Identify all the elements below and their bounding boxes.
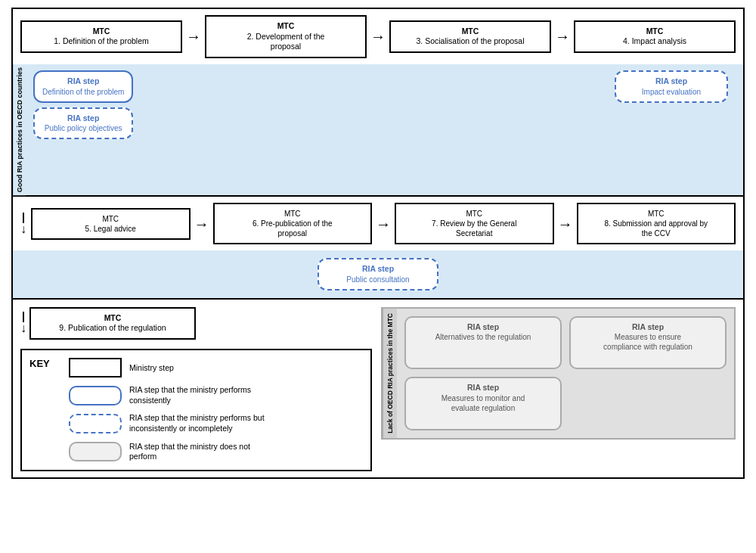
key-item-ria-dashed: RIA step that the ministry performs but … [69,413,265,433]
entry-arrow-2: ↓ [20,312,26,334]
entry-down-2: ↓ [20,322,26,334]
key-text-ministry: Ministry step [129,363,174,372]
diagram-container: MTC 1. Definition of the problem → MTC 2… [0,0,756,486]
ria-pol-desc: Public policy objectives [42,123,124,133]
ria-compliance: RIA step Measures to ensurecompliance wi… [569,316,727,369]
pub-row: ↓ MTC 9. Publication of the regulation [20,307,372,340]
arrow-1: → [182,29,205,44]
mtc4-step: 4. Impact analysis [581,36,728,47]
section2: ↓ MTC 5. Legal advice → MTC 6. Pre-publi… [13,197,743,300]
mtc9-step: 9. Publication of the regulation [37,323,188,334]
left-bottom: ↓ MTC 9. Publication of the regulation K… [20,307,372,471]
mtc-box-8: MTC 8. Submission and approval bythe CCV [577,203,736,244]
key-box-ministry [69,358,122,377]
gray-section: Lack of OECD RIA practices in the MTC RI… [381,307,736,440]
ria-col-left: RIA step Definition of the problem RIA s… [33,70,133,139]
blue-band-2: RIA step Public consultation [13,250,743,298]
mtc8-label: MTC [584,209,729,219]
key-text-ria-dashed: RIA step that the ministry performs but … [129,413,265,433]
mtc7-label: MTC [402,209,547,219]
key-content: KEY Ministry step RIA step that the mini… [29,358,363,462]
ria-consultation: RIA step Public consultation [318,258,438,290]
arrow-sym-3: → [555,29,570,44]
ria-con-desc: Public consultation [327,275,429,284]
mtc-box-3: MTC 3. Socialisation of the proposal [389,20,551,53]
ria-con-title: RIA step [327,264,429,275]
entry-arrow-vert [23,213,24,223]
mtc8-step: 8. Submission and approval bythe CCV [584,219,729,238]
main-diagram: MTC 1. Definition of the problem → MTC 2… [11,8,745,479]
mtc2-step: 2. Development of theproposal [212,32,359,52]
arrow-5: → [191,216,213,231]
ria-mon-title: RIA step [414,383,553,393]
entry-arrow-1: ↓ [20,213,26,235]
section3: ↓ MTC 9. Publication of the regulation K… [13,300,743,477]
mtc-row-2-wrapper: ↓ MTC 5. Legal advice → MTC 6. Pre-publi… [13,197,743,250]
arrow-sym-2: → [370,29,386,44]
arrow-2: → [367,29,389,44]
key-box-ria-dashed [69,414,122,433]
key-item-ria-solid: RIA step that the ministry performs cons… [69,385,265,405]
mtc-box-1: MTC 1. Definition of the problem [20,20,182,53]
mtc1-step: 1. Definition of the problem [28,36,175,47]
ria-imp-desc: Impact evaluation [624,87,719,97]
mtc-box-4: MTC 4. Impact analysis [574,20,736,53]
mtc6-label: MTC [221,209,365,219]
ria-alt-desc: Alternatives to the regulation [414,332,553,342]
ria-alternatives: RIA step Alternatives to the regulation [404,316,562,369]
section3-content: ↓ MTC 9. Publication of the regulation K… [20,307,736,471]
ria-policy: RIA step Public policy objectives [33,107,133,140]
ria-mon-desc: Measures to monitor andevaluate regulati… [414,393,553,413]
ria-def-desc: Definition of the problem [42,87,124,97]
mtc3-step: 3. Socialisation of the proposal [397,36,544,47]
ria-impact: RIA step Impact evaluation [615,70,728,103]
ria-imp-title: RIA step [624,76,719,87]
mtc4-label: MTC [581,26,728,37]
entry-arrow-down: ↓ [20,223,26,235]
arrow-sym-5: → [194,216,209,231]
arrow-sym-7: → [558,216,573,231]
mtc1-label: MTC [28,26,175,37]
mtc-box-5: MTC 5. Legal advice [31,208,191,240]
key-text-ria-gray: RIA step that the ministry does not perf… [129,442,265,462]
key-item-ministry: Ministry step [69,358,265,377]
entry-v-line [23,312,24,322]
key-text-ria-solid: RIA step that the ministry performs cons… [129,385,265,405]
ria-comp-desc: Measures to ensurecompliance with regula… [578,332,717,352]
arrow-sym-1: → [186,29,201,44]
gray-ria-grid: RIA step Alternatives to the regulation … [397,309,734,438]
key-section: KEY Ministry step RIA step that the mini… [20,349,372,471]
key-item-ria-gray: RIA step that the ministry does not perf… [69,442,265,462]
arrow-7: → [554,216,577,231]
key-box-ria-gray [69,442,122,461]
mtc-box-9: MTC 9. Publication of the regulation [29,307,196,340]
mtc-box-7: MTC 7. Review by the GeneralSecretariat [395,203,554,244]
mtc7-step: 7. Review by the GeneralSecretariat [402,219,547,238]
ria-comp-title: RIA step [578,322,717,333]
mtc3-label: MTC [397,26,544,37]
ria-definition: RIA step Definition of the problem [33,70,133,103]
mtc5-label: MTC [39,214,183,224]
arrow-6: → [372,216,395,231]
ria-pol-title: RIA step [42,113,124,124]
blue-band-label-1: Good RIA practices in OECD countries [13,64,26,195]
mtc6-step: 6. Pre-publication of theproposal [221,219,365,238]
mtc-row-1: MTC 1. Definition of the problem → MTC 2… [13,9,743,64]
blue-band-content-1: RIA step Definition of the problem RIA s… [26,64,743,195]
key-box-ria-solid [69,386,122,405]
mtc-box-2: MTC 2. Development of theproposal [205,15,367,58]
ria-def-title: RIA step [42,76,124,87]
mtc2-label: MTC [212,21,359,32]
mtc9-label: MTC [37,313,188,324]
mtc-box-6: MTC 6. Pre-publication of theproposal [213,203,373,244]
key-label: KEY [29,358,57,369]
gray-section-label: Lack of OECD RIA practices in the MTC [383,309,397,438]
blue-band-1: Good RIA practices in OECD countries RIA… [13,64,743,195]
ria-monitor: RIA step Measures to monitor andevaluate… [404,377,562,430]
arrow-3: → [551,29,574,44]
ria-alt-title: RIA step [414,322,553,333]
section1: MTC 1. Definition of the problem → MTC 2… [13,9,743,197]
ria-impact-container: RIA step Impact evaluation [615,70,728,103]
arrow-sym-6: → [376,216,391,231]
key-items: Ministry step RIA step that the ministry… [69,358,265,462]
